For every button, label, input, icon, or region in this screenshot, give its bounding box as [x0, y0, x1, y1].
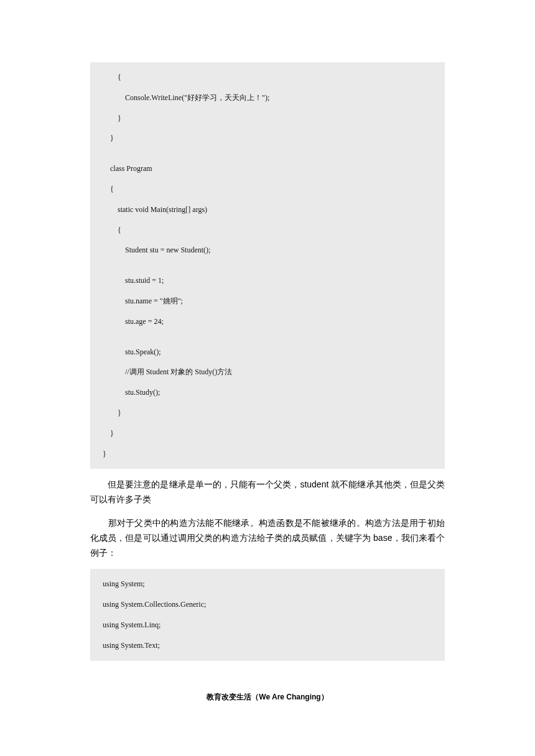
code-line: using System.Collections.Generic;: [90, 594, 445, 615]
document-page: { Console.WriteLine("好好学习，天天向上！"); } } c…: [0, 0, 535, 727]
code-line: stu.Study();: [90, 382, 445, 403]
code-line: [90, 149, 445, 159]
code-line: [90, 332, 445, 342]
code-line: }: [90, 128, 445, 149]
paragraph-2: 那对于父类中的构造方法能不能继承。构造函数是不能被继承的。构造方法是用于初始化成…: [90, 516, 445, 560]
code-line: static void Main(string[] args): [90, 200, 445, 220]
code-line: using System.Text;: [90, 635, 445, 656]
code-line: //调用 Student 对象的 Study()方法: [90, 362, 445, 382]
code-line: [90, 260, 445, 270]
code-line: {: [90, 179, 445, 200]
code-line: }: [90, 108, 445, 129]
code-block-1: { Console.WriteLine("好好学习，天天向上！"); } } c…: [90, 62, 445, 469]
code-line: }: [90, 423, 445, 444]
code-line: {: [90, 220, 445, 241]
code-line: using System;: [90, 574, 445, 594]
code-line: Console.WriteLine("好好学习，天天向上！");: [90, 88, 445, 108]
code-line: }: [90, 444, 445, 464]
code-line: Student stu = new Student();: [90, 240, 445, 260]
code-block-2: using System; using System.Collections.G…: [90, 569, 445, 660]
code-line: {: [90, 67, 445, 88]
page-footer: 教育改变生活（We Are Changing）: [90, 692, 445, 703]
code-line: using System.Linq;: [90, 615, 445, 635]
paragraph-1: 但是要注意的是继承是单一的，只能有一个父类，student 就不能继承其他类，但…: [90, 477, 445, 507]
code-line: class Program: [90, 159, 445, 179]
code-line: stu.age = 24;: [90, 311, 445, 332]
code-line: }: [90, 403, 445, 423]
code-line: stu.name = "姚明";: [90, 291, 445, 311]
code-line: stu.Speak();: [90, 342, 445, 362]
code-line: stu.stuid = 1;: [90, 270, 445, 291]
